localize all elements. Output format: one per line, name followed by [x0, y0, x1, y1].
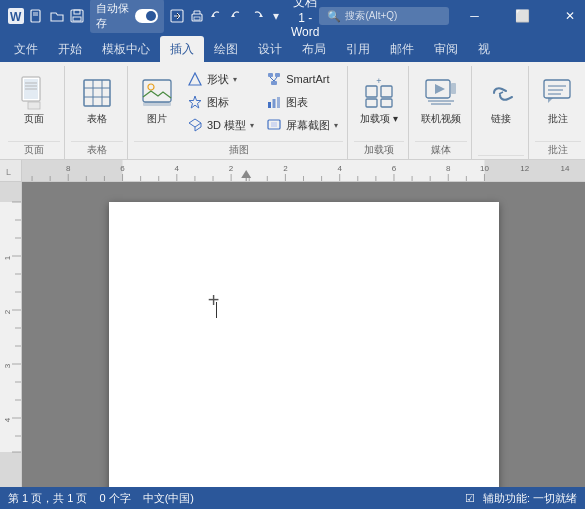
search-box[interactable]: 🔍 搜索(Alt+Q)	[319, 7, 449, 25]
table-button[interactable]: 表格	[71, 68, 123, 134]
link-button[interactable]: 链接	[478, 68, 524, 134]
icons-button[interactable]: 图标	[182, 91, 259, 113]
redo-icon[interactable]	[250, 8, 264, 24]
table-icon	[81, 77, 113, 109]
page-label: 页面	[24, 113, 44, 125]
tab-references[interactable]: 引用	[336, 36, 380, 62]
status-bar: 第 1 页，共 1 页 0 个字 中文(中国) ☑ 辅助功能: 一切就绪	[0, 487, 585, 509]
horizontal-ruler: 8 6 4 2 2 4 6 8 10 12 14	[22, 160, 585, 181]
print-icon[interactable]	[190, 8, 204, 24]
3dmodel-button[interactable]: 3D 模型▾	[182, 114, 259, 136]
autosave-switch[interactable]	[135, 9, 158, 23]
comment-label: 批注	[548, 113, 568, 125]
group-tables-label: 表格	[71, 141, 123, 159]
svg-line-37	[270, 77, 274, 81]
shapes-button[interactable]: 形状▾	[182, 68, 259, 90]
new-doc-icon[interactable]	[30, 8, 44, 24]
autosave-toggle[interactable]: 自动保存	[90, 0, 164, 33]
tab-review[interactable]: 审阅	[424, 36, 468, 62]
group-links-content: 链接	[478, 68, 524, 155]
svg-rect-103	[0, 182, 22, 487]
svg-text:14: 14	[560, 164, 569, 173]
smartart-button[interactable]: SmartArt	[261, 68, 343, 90]
more-icon[interactable]: ▾	[270, 8, 283, 24]
group-illustrations-label: 插图	[134, 141, 343, 159]
tab-design[interactable]: 设计	[248, 36, 292, 62]
document-page[interactable]	[109, 202, 499, 487]
export-icon[interactable]	[170, 8, 184, 24]
tab-mailings[interactable]: 邮件	[380, 36, 424, 62]
document-area[interactable]	[22, 182, 585, 487]
picture-icon	[141, 77, 173, 109]
ribbon-group-media: 联机视频 媒体	[411, 66, 472, 159]
svg-rect-62	[22, 160, 123, 181]
svg-rect-6	[74, 10, 80, 14]
page-icon	[18, 77, 50, 109]
icons-icon	[187, 94, 203, 110]
svg-text:8: 8	[446, 164, 451, 173]
svg-rect-25	[143, 80, 171, 102]
svg-marker-12	[231, 14, 235, 17]
chart-button[interactable]: 图表	[261, 91, 343, 113]
tab-view[interactable]: 视	[468, 36, 500, 62]
svg-rect-35	[275, 73, 280, 77]
svg-rect-105	[0, 452, 22, 487]
tab-draw[interactable]: 绘图	[204, 36, 248, 62]
screenshot-icon	[266, 117, 282, 133]
svg-rect-7	[73, 17, 81, 21]
page-button[interactable]: 页面	[8, 68, 60, 134]
svg-rect-55	[544, 80, 570, 98]
picture-button[interactable]: 图片	[134, 68, 180, 134]
svg-rect-104	[0, 182, 22, 202]
screenshot-button[interactable]: 屏幕截图▾	[261, 114, 343, 136]
tab-template[interactable]: 模板中心	[92, 36, 160, 62]
quick-access-toolbar: W 自动保存	[8, 0, 283, 33]
tab-home[interactable]: 开始	[48, 36, 92, 62]
open-icon[interactable]	[50, 8, 64, 24]
svg-point-26	[148, 84, 154, 90]
onlinevideo-button[interactable]: 联机视频	[415, 68, 467, 134]
tab-file[interactable]: 文件	[4, 36, 48, 62]
group-addins-content: + 加载项 ▾	[354, 68, 404, 141]
svg-rect-39	[268, 102, 271, 108]
comment-icon	[542, 77, 574, 109]
ribbon-group-comments: 批注 批注	[531, 66, 585, 159]
svg-rect-36	[271, 81, 277, 85]
shapes-icon	[187, 71, 203, 87]
main-area: 1 2 3 4	[0, 182, 585, 487]
addins-button[interactable]: + 加载项 ▾	[354, 68, 404, 134]
group-tables-content: 表格	[71, 68, 123, 141]
save-icon[interactable]	[70, 8, 84, 24]
tab-layout[interactable]: 布局	[292, 36, 336, 62]
svg-text:12: 12	[520, 164, 529, 173]
group-pages-label: 页面	[8, 141, 60, 159]
ribbon-group-pages: 页面 页面	[4, 66, 65, 159]
addins-label: 加载项 ▾	[360, 113, 398, 125]
minimize-button[interactable]: ─	[451, 0, 497, 32]
onlinevideo-icon	[425, 77, 457, 109]
tab-insert[interactable]: 插入	[160, 36, 204, 62]
title-bar-left: W 自动保存	[0, 0, 291, 33]
undo2-icon[interactable]	[230, 8, 244, 24]
language-status: 中文(中国)	[143, 491, 194, 506]
svg-rect-43	[271, 122, 277, 127]
svg-rect-19	[28, 102, 40, 109]
svg-rect-53	[451, 83, 456, 94]
svg-text:W: W	[10, 10, 22, 24]
undo-icon[interactable]	[210, 8, 224, 24]
svg-rect-63	[484, 160, 585, 181]
accessibility-status: 辅助功能: 一切就绪	[483, 491, 577, 506]
svg-marker-29	[189, 96, 201, 108]
comment-button[interactable]: 批注	[535, 68, 581, 134]
group-illustrations-content: 图片 形状▾ 图标	[134, 68, 343, 141]
restore-button[interactable]: ⬜	[499, 0, 545, 32]
link-label: 链接	[491, 113, 511, 125]
word-app-icon: W	[8, 8, 24, 24]
ruler-corner[interactable]: L	[0, 160, 22, 182]
svg-rect-20	[84, 80, 110, 106]
search-placeholder-text: 搜索(Alt+Q)	[345, 9, 397, 23]
close-button[interactable]: ✕	[547, 0, 585, 32]
svg-marker-13	[259, 14, 263, 17]
title-bar: W 自动保存	[0, 0, 585, 32]
group-media-content: 联机视频	[415, 68, 467, 141]
